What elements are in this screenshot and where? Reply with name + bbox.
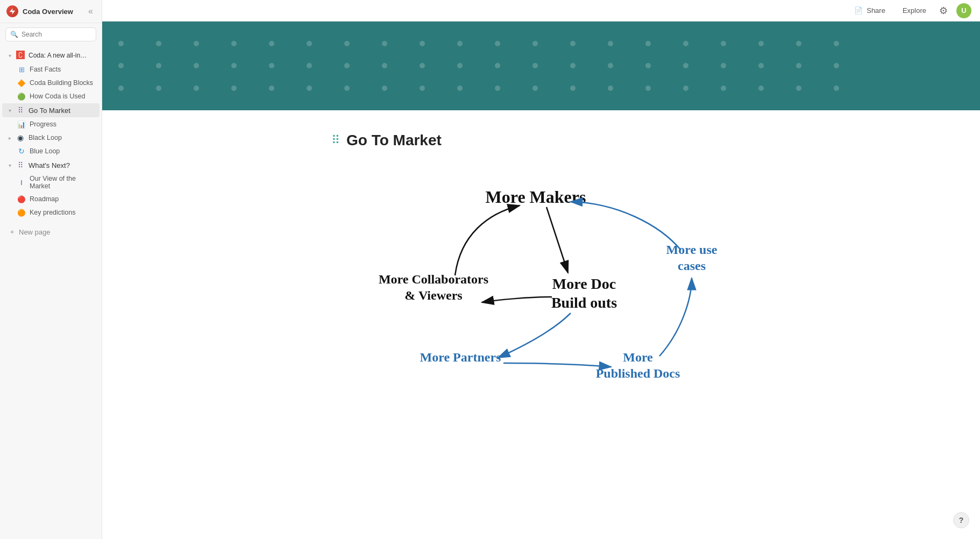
sidebar-item-black-loop[interactable]: ▸ ◉ Black Loop: [2, 131, 100, 144]
share-icon: 📄: [854, 6, 863, 15]
content-area: ⠿ Go To Market .hw-black { font-family: …: [102, 22, 980, 539]
how-icon: 🟢: [17, 92, 26, 101]
more-use-cases-label: More use: [666, 243, 718, 257]
more-viewers-label: & Viewers: [404, 288, 462, 302]
sidebar-item-our-view[interactable]: Ⅰ Our View of the Market: [2, 173, 100, 192]
sidebar-item-whats-next[interactable]: ▾ ⠿ What's Next?: [2, 158, 100, 172]
app-icon: [6, 5, 18, 17]
sidebar-item-go-to-market[interactable]: ▾ ⠿ Go To Market: [2, 103, 100, 117]
sidebar-item-blue-loop-label: Blue Loop: [30, 147, 60, 155]
market-icon: Ⅰ: [17, 178, 26, 187]
plus-icon: ＋: [9, 227, 16, 237]
chevron-right-icon: ▸: [9, 135, 11, 141]
sidebar-item-fast-facts-label: Fast Facts: [30, 66, 61, 73]
avatar[interactable]: U: [956, 3, 971, 18]
page-title: Go To Market: [346, 132, 442, 149]
coda-icon: 🅲: [16, 51, 25, 60]
explore-button[interactable]: Explore: [898, 4, 931, 17]
sidebar-item-roadmap[interactable]: 🔴 Roadmap: [2, 193, 100, 205]
sidebar-item-our-view-label: Our View of the Market: [30, 175, 94, 190]
sidebar-item-black-loop-label: Black Loop: [29, 134, 62, 141]
sidebar-item-key-predictions[interactable]: 🟠 Key predictions: [2, 206, 100, 219]
sidebar: Coda Overview « 🔍 ▾ 🅲 Coda: A new all-in…: [0, 0, 102, 539]
sidebar-item-coda-doc[interactable]: ▾ 🅲 Coda: A new all-in-one doc for t: [2, 48, 100, 62]
sidebar-item-gtm-label: Go To Market: [29, 107, 70, 115]
page-content: ⠿ Go To Market .hw-black { font-family: …: [299, 110, 783, 439]
sidebar-item-building-blocks[interactable]: 🔶 Coda Building Blocks: [2, 76, 100, 89]
app-title: Coda Overview: [23, 8, 82, 16]
more-collab-label: More Collaborators: [379, 272, 488, 286]
share-button[interactable]: 📄 Share: [850, 4, 890, 17]
gear-icon[interactable]: ⚙: [939, 5, 948, 17]
table-icon: ⊞: [17, 65, 26, 74]
sidebar-item-building-blocks-label: Coda Building Blocks: [30, 79, 93, 87]
chevron-down-icon-wn: ▾: [9, 162, 11, 168]
sidebar-item-how-coda-label: How Coda is Used: [30, 93, 86, 100]
collapse-sidebar-button[interactable]: «: [86, 5, 95, 17]
sidebar-item-key-predictions-label: Key predictions: [30, 209, 75, 216]
roadmap-icon: 🔴: [17, 195, 26, 203]
search-box: 🔍: [5, 27, 96, 41]
sidebar-header: Coda Overview «: [0, 0, 102, 23]
sidebar-item-progress-label: Progress: [30, 120, 56, 128]
key-icon: 🟠: [17, 208, 26, 217]
more-doc-build-label2: Build outs: [551, 294, 617, 311]
sidebar-item-whats-next-label: What's Next?: [29, 161, 70, 169]
chevron-down-icon-gtm: ▾: [9, 108, 11, 114]
top-bar: 📄 Share Explore ⚙ U: [102, 0, 980, 22]
more-partners-label: More Partners: [420, 350, 501, 364]
chevron-down-icon: ▾: [9, 53, 11, 59]
more-makers-label: More Makers: [486, 187, 586, 207]
blocks-icon: 🔶: [17, 79, 26, 87]
sidebar-item-progress[interactable]: 📊 Progress: [2, 118, 100, 131]
sidebar-item-fast-facts[interactable]: ⊞ Fast Facts: [2, 63, 100, 76]
search-icon: 🔍: [10, 31, 18, 38]
gtm-icon: ⠿: [16, 106, 25, 115]
page-title-row: ⠿ Go To Market: [331, 132, 751, 149]
more-published-label2: Published Docs: [596, 366, 680, 380]
progress-icon: 📊: [17, 120, 26, 129]
help-button[interactable]: ?: [953, 512, 969, 528]
diagram-container: .hw-black { font-family: 'Comic Sans MS'…: [331, 171, 751, 396]
hero-dots-decoration: [102, 22, 980, 110]
sidebar-item-roadmap-label: Roadmap: [30, 195, 59, 203]
more-use-cases-label2: cases: [678, 259, 706, 273]
sidebar-item-blue-loop[interactable]: ↻ Blue Loop: [2, 145, 100, 158]
nav-section-main: ▾ 🅲 Coda: A new all-in-one doc for t ⊞ F…: [0, 46, 102, 222]
search-input[interactable]: [22, 31, 91, 38]
go-to-market-diagram: .hw-black { font-family: 'Comic Sans MS'…: [337, 171, 745, 396]
blueloop-icon: ↻: [17, 147, 26, 155]
main-content: 📄 Share Explore ⚙ U: [102, 0, 980, 539]
page-title-icon: ⠿: [331, 133, 340, 147]
more-doc-build-label: More Doc: [552, 275, 616, 292]
hero-banner: [102, 22, 980, 110]
more-published-label: More: [623, 350, 653, 364]
blackloop-icon: ◉: [16, 133, 25, 142]
whatsnext-icon: ⠿: [16, 161, 25, 169]
new-page-button[interactable]: ＋ New page: [2, 224, 100, 240]
sidebar-item-coda-label: Coda: A new all-in-one doc for t: [29, 52, 88, 59]
sidebar-item-how-coda[interactable]: 🟢 How Coda is Used: [2, 90, 100, 103]
new-page-label: New page: [19, 228, 51, 236]
